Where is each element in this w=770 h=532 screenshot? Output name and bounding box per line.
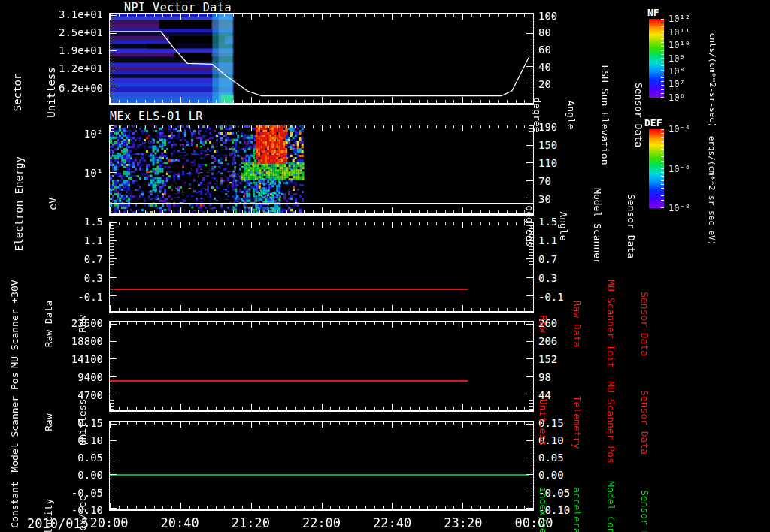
def-colorbar-title: DEF	[644, 117, 662, 128]
panel4-right-axis-label: Sensor Data MU Scanner Pos Telemetry Uni…	[515, 368, 673, 477]
x-minor-ticks-bottom	[110, 308, 533, 311]
tick-label: 10⁷	[668, 79, 685, 89]
y-minor-ticks-left	[110, 14, 114, 103]
x-minor-ticks-top	[110, 14, 533, 17]
y-minor-ticks-left	[110, 125, 114, 213]
els-horizontal-line	[110, 203, 533, 204]
panel-els-spectrogram	[109, 125, 534, 216]
panel2-title: MEx ELS-01 LR	[110, 110, 203, 123]
tick-label: 00:00	[514, 515, 553, 530]
def-colorbar-minor-ticks	[661, 129, 664, 208]
def-colorbar	[649, 129, 664, 208]
tick-label: 21:20	[232, 515, 270, 530]
panel-scanner-pos	[109, 321, 534, 412]
tick-label: 3.1e+01	[59, 8, 103, 20]
panel-constant-velocity	[109, 421, 534, 511]
tick-label: 20:00	[89, 515, 128, 530]
tick-label: 10²	[84, 128, 103, 140]
scanner-pos-line	[110, 380, 468, 382]
x-minor-ticks-bottom	[110, 407, 533, 410]
panel1-y-axis-label: Sector Unitless	[0, 47, 80, 139]
panel1-right-axis-label: Sensor Data ESH Sun Elevation Angle degr…	[509, 62, 667, 168]
tick-label: 10⁸	[668, 66, 685, 77]
tick-label: 60	[538, 44, 551, 56]
tick-label: 23:20	[444, 515, 482, 530]
els-spectrogram-canvas	[110, 125, 533, 213]
tick-label: 0.7	[84, 253, 103, 265]
tick-label: 2.5e+01	[59, 26, 103, 38]
tick-label: 20:40	[161, 515, 199, 530]
sun-elevation-line	[110, 14, 533, 103]
panel-npi-spectrogram	[109, 13, 534, 105]
tick-label: 10⁹	[668, 53, 685, 64]
x-axis-tick-labels: 20:0020:4021:2022:0022:4023:2000:00	[109, 515, 534, 530]
x-axis-date-label: 2010/015	[27, 516, 89, 531]
nf-colorbar	[649, 19, 664, 98]
tick-label: 22:00	[302, 515, 341, 530]
tick-label: 22:40	[373, 515, 411, 530]
x-minor-ticks-bottom	[110, 100, 533, 103]
tick-label: 100	[538, 10, 557, 22]
x-minor-ticks-top	[110, 222, 533, 225]
x-minor-ticks-top	[110, 422, 533, 425]
nf-colorbar-minor-ticks	[661, 19, 664, 98]
tick-label: 1.5	[84, 216, 103, 228]
x-minor-ticks-top	[110, 125, 533, 128]
panel2-y-axis-label: Electron Energy eV	[0, 151, 81, 256]
nf-colorbar-title: NF	[647, 7, 659, 18]
plot-figure: NPI Vector Data MEx ELS-01 LR	[0, 0, 770, 532]
mu-scanner-raw-line	[110, 289, 468, 290]
x-minor-ticks-top	[110, 322, 533, 325]
def-colorbar-units: ergs/(cm**2-sr-sec-eV)	[684, 125, 740, 256]
tick-label: 10¹	[84, 167, 103, 179]
panel4-y-axis-label: Sensor Data Model Scanner Pos Raw unitle…	[0, 366, 111, 479]
panel-mu-scanner-raw	[109, 222, 534, 313]
panel3-right-axis-label: Sensor Data MU Scanner Init Raw Data Raw	[515, 270, 673, 379]
constant-velocity-line	[110, 474, 529, 476]
tick-label: 1.1	[84, 234, 103, 246]
tick-label: 80	[538, 26, 551, 38]
x-minor-ticks-bottom	[110, 210, 533, 213]
panel2-right-axis-label: Sensor Data Model Scanner Angle degrees	[502, 172, 659, 281]
tick-label: 10⁶	[668, 92, 685, 103]
panel3-y-axis-label: Sensor Data MU Scanner +30V Raw Data Raw	[0, 268, 111, 380]
x-minor-ticks-bottom	[110, 506, 533, 509]
